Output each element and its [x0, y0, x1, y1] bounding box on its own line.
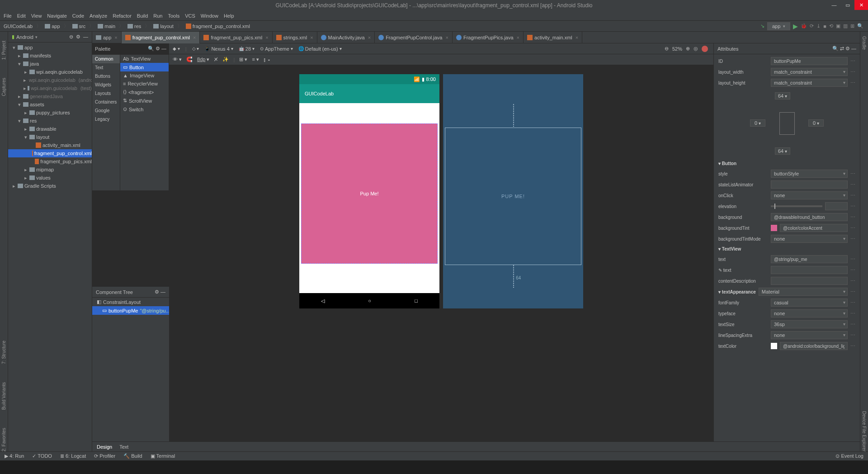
search-icon[interactable]: 🔍 [148, 46, 154, 51]
rail-favorites[interactable]: 2: Favorites [1, 428, 6, 451]
structure-button[interactable]: ⊞ [850, 23, 854, 29]
menu-refactor[interactable]: Refactor [113, 13, 132, 19]
menu-build[interactable]: Build [137, 13, 148, 19]
rail-device-explorer[interactable]: Device File Explorer [862, 411, 867, 451]
text-tab[interactable]: Text [119, 444, 128, 450]
tab-close-icon[interactable]: × [576, 35, 578, 40]
run-tool[interactable]: ▶ 4: Run [5, 453, 24, 459]
elevation-input[interactable] [825, 202, 848, 210]
menu-edit[interactable]: Edit [17, 13, 26, 19]
tab-close-icon[interactable]: × [265, 35, 268, 40]
menu-vcs[interactable]: VCS [185, 13, 195, 19]
theme-combo[interactable]: ⊙ AppTheme ▾ [260, 46, 293, 52]
debug-button[interactable]: 🐞 [801, 23, 807, 29]
pal-button[interactable]: ▭Button [120, 63, 169, 71]
editor-tab[interactable]: fragment_pup_control.xml× [122, 32, 200, 43]
tree-row[interactable]: ▾app [8, 43, 92, 52]
tint-input[interactable] [780, 224, 848, 232]
search-icon[interactable]: 🔍 [832, 46, 839, 51]
pal-cat-legacy[interactable]: Legacy [92, 115, 120, 123]
editor-tab[interactable]: app× [92, 32, 122, 43]
linespacing-combo[interactable]: none [771, 331, 848, 339]
pal-cat-layouts[interactable]: Layouts [92, 89, 120, 98]
editor-tab[interactable]: MainActivity.java× [317, 32, 375, 43]
comp-child[interactable]: ▭buttonPupMe "@string/pu..." [92, 306, 169, 315]
attach-button[interactable]: ⤓ [816, 23, 821, 29]
clear-icon[interactable]: ✕̸ [214, 57, 218, 62]
device-combo[interactable]: 📱 Nexus 4 ▾ [204, 46, 233, 52]
rail-structure[interactable]: 7: Structure [1, 341, 6, 364]
tree-row[interactable]: fragment_pup_pics.xml [8, 157, 92, 166]
editor-tab[interactable]: fragment_pup_pics.xml× [200, 32, 272, 43]
design-tab[interactable]: Design [97, 444, 112, 450]
tree-row[interactable]: ▾java [8, 60, 92, 68]
layout-body[interactable]: Pup Me! [299, 103, 439, 293]
tree-row[interactable]: ▸wpi.aeqin.guicodelab(test) [8, 84, 92, 92]
zoom-in-button[interactable]: ⊕ [686, 46, 690, 52]
tree-row[interactable]: ▸puppy_pictures [8, 109, 92, 117]
bc-src[interactable]: src [72, 24, 86, 29]
bc-main[interactable]: main [98, 24, 115, 29]
typeface-combo[interactable]: none [771, 309, 848, 318]
close-button[interactable]: ✕ [854, 0, 868, 10]
hide-icon[interactable]: — [161, 46, 166, 51]
button-pup-me[interactable]: Pup Me! [301, 123, 438, 264]
tree-row[interactable]: ▸drawable [8, 125, 92, 133]
elevation-slider[interactable] [771, 205, 822, 207]
pal-switch[interactable]: ⊙Switch [120, 105, 169, 114]
make-icon[interactable]: ↘ [760, 23, 764, 29]
menu-code[interactable]: Code [72, 13, 84, 19]
design-surface-combo[interactable]: ◆ ▾ [173, 46, 180, 51]
tree-row[interactable]: ▾layout [8, 133, 92, 141]
canvas-surface[interactable]: 📶 ▮ 8:00 GUICodeLab Pup Me! ◁ ○ □ [169, 65, 713, 441]
right-margin[interactable]: 0 ▾ [808, 119, 824, 127]
pal-imageview[interactable]: ▲ImageView [120, 71, 169, 80]
pal-recyclerview[interactable]: ≡RecyclerView [120, 80, 169, 88]
hide-icon[interactable]: — [83, 34, 88, 40]
id-input[interactable] [771, 57, 848, 65]
editor-tab[interactable]: FragmentPupControl.java× [375, 32, 453, 43]
eventlog-tool[interactable]: ⊙ Event Log [835, 453, 863, 459]
tree-row[interactable]: ▸generatedJava [8, 92, 92, 100]
menu-navigate[interactable]: Navigate [47, 13, 66, 19]
margin-combo[interactable]: 8dp ▾ [197, 57, 209, 62]
pal-cat-widgets[interactable]: Widgets [92, 81, 120, 89]
rail-captures[interactable]: Captures [1, 78, 6, 96]
menu-run[interactable]: Run [153, 13, 162, 19]
issues-button[interactable] [702, 46, 708, 52]
menu-analyze[interactable]: Analyze [90, 13, 107, 19]
locale-combo[interactable]: 🌐 Default (en-us) ▾ [298, 46, 342, 52]
terminal-tool[interactable]: ▣ Terminal [151, 453, 175, 459]
orientation-combo[interactable]: ◇ ▾ [192, 46, 199, 51]
maximize-button[interactable]: ▭ [841, 0, 854, 10]
run-config-combo[interactable]: app▾ [767, 22, 790, 30]
project-tree[interactable]: ▾app▸manifests▾java▸wpi.aeqin.guicodelab… [8, 43, 92, 191]
tree-row[interactable]: ▾assets [8, 100, 92, 109]
tree-row[interactable]: ▾res [8, 117, 92, 125]
text-input[interactable] [771, 255, 848, 263]
pack-icon[interactable]: ⊞ ▾ [239, 57, 247, 62]
collapse-icon[interactable]: ⊖ [69, 34, 73, 40]
top-margin[interactable]: 64 ▾ [775, 92, 790, 100]
android-view-combo[interactable]: ▮ Android ▾ [12, 34, 38, 40]
device-preview[interactable]: 📶 ▮ 8:00 GUICodeLab Pup Me! ◁ ○ □ [299, 74, 439, 308]
pal-cat-google[interactable]: Google [92, 106, 120, 115]
hide-icon[interactable]: — [160, 289, 165, 294]
tab-close-icon[interactable]: × [310, 35, 313, 40]
pal-fragment[interactable]: ⟨⟩<fragment> [120, 88, 169, 96]
avd-button[interactable]: ▣ [836, 23, 840, 29]
sdk-button[interactable]: ▥ [843, 23, 848, 29]
gear-icon[interactable]: ⚙ [155, 289, 159, 294]
expand-icon[interactable]: ⇄ [840, 46, 844, 51]
menu-window[interactable]: Window [201, 13, 218, 19]
search-button[interactable]: 🔍 [857, 23, 863, 29]
pal-cat-common[interactable]: Common [92, 55, 120, 63]
windows-taskbar[interactable] [0, 460, 868, 474]
textapp-combo[interactable]: Material [759, 288, 848, 296]
text2-input[interactable] [771, 266, 848, 274]
cd-input[interactable] [771, 277, 848, 285]
left-margin[interactable]: 0 ▾ [750, 119, 765, 127]
editor-tab[interactable]: strings.xml× [273, 32, 317, 43]
rail-project[interactable]: 1: Project [1, 41, 6, 60]
menu-tools[interactable]: Tools [168, 13, 179, 19]
